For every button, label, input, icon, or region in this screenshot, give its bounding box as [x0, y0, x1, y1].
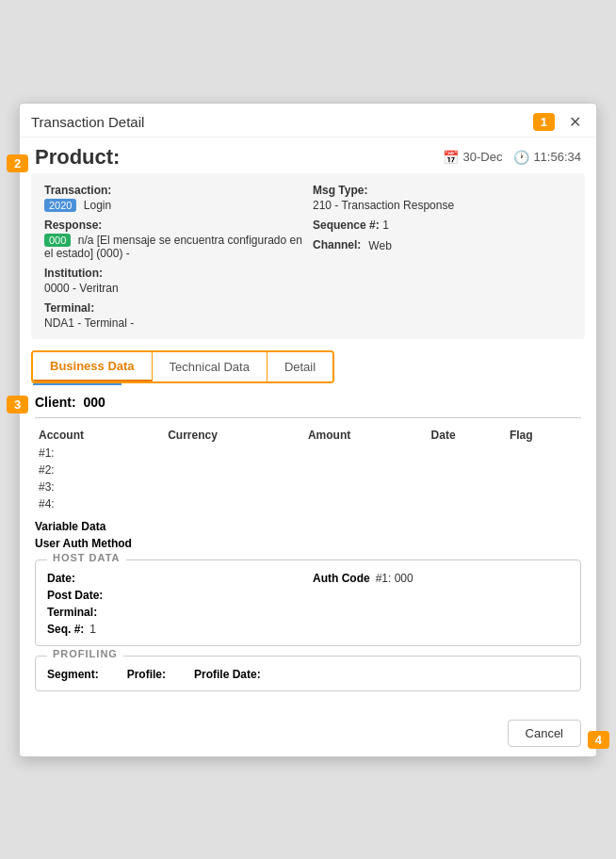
flag-2: [506, 462, 581, 478]
col-account: Account: [35, 426, 164, 445]
terminal-label: Terminal:: [44, 301, 94, 315]
currency-1: [164, 445, 304, 462]
profile-item: Profile:: [127, 668, 171, 681]
client-label: Client:: [35, 395, 76, 410]
table-row: #2:: [35, 462, 581, 478]
amount-2: [304, 462, 428, 478]
host-postdate-label: Post Date:: [47, 589, 103, 602]
product-title: Product:: [35, 145, 120, 170]
modal-footer: Cancel: [20, 710, 596, 756]
cancel-button[interactable]: Cancel: [508, 720, 581, 747]
account-4: #4:: [35, 495, 164, 512]
time-value: 11:56:34: [533, 150, 581, 164]
accounts-table: Account Currency Amount Date Flag #1: #2…: [35, 426, 581, 512]
flag-1: [506, 445, 581, 462]
host-authcode-item: Auth Code #1: 000: [313, 572, 569, 585]
host-authcode-value: #1: 000: [376, 572, 413, 585]
response-value: n/a [El mensaje se encuentra configurado…: [44, 234, 302, 260]
date-2: [428, 462, 506, 478]
date-item: 📅 30-Dec: [443, 150, 502, 165]
col-currency: Currency: [164, 426, 304, 445]
channel-label: Channel:: [313, 238, 361, 251]
amount-3: [304, 478, 428, 495]
msg-type-item: Msg Type: 210 - Transaction Response: [313, 183, 572, 212]
modal-header: Transaction Detail › ✕: [20, 104, 596, 138]
response-badge: 000: [44, 234, 71, 247]
host-terminal-label: Terminal:: [47, 606, 97, 619]
profiling-title: PROFILING: [47, 648, 123, 659]
date-3: [428, 478, 506, 495]
host-data-title: HOST DATA: [47, 552, 126, 563]
terminal-item: Terminal: NDA1 - Terminal -: [44, 300, 303, 330]
tab-business-data[interactable]: Business Data: [33, 352, 153, 381]
terminal-value: NDA1 - Terminal -: [44, 316, 303, 330]
channel-value: Web: [368, 239, 391, 252]
close-button[interactable]: ✕: [565, 111, 585, 133]
response-label: Response:: [44, 219, 102, 232]
datetime-row: 📅 30-Dec 🕐 11:56:34: [443, 150, 581, 165]
time-item: 🕐 11:56:34: [513, 150, 581, 165]
date-value: 30-Dec: [462, 150, 502, 164]
institution-value: 0000 - Veritran: [44, 282, 303, 295]
tab-detail[interactable]: Detail: [267, 352, 332, 381]
sequence-label: Sequence #:: [313, 219, 380, 232]
step-badge-3: 3: [7, 396, 28, 413]
msg-type-value: 210 - Transaction Response: [313, 199, 572, 212]
col-amount: Amount: [304, 426, 428, 445]
step-badge-1: 1: [533, 113, 555, 131]
tabs: Business Data Technical Data Detail: [31, 350, 334, 383]
institution-item: Institution: 0000 - Veritran: [44, 266, 303, 295]
amount-1: [304, 445, 428, 462]
host-data-section: HOST DATA Date: Post Date: Terminal:: [35, 559, 581, 646]
table-row: #3:: [35, 478, 581, 495]
col-flag: Flag: [506, 426, 581, 445]
host-data-grid: Date: Post Date: Terminal: Seq. #: 1: [47, 572, 569, 636]
content-area: Client: 000 Account Currency Amount Date…: [20, 385, 596, 710]
host-authcode-label: Auth Code: [313, 572, 370, 585]
user-auth-label: User Auth Method: [35, 537, 581, 550]
host-terminal-item: Terminal:: [47, 606, 303, 619]
col-date: Date: [428, 426, 506, 445]
tab-technical-data[interactable]: Technical Data: [153, 352, 267, 381]
response-item: Response: 000 n/a [El mensaje se encuent…: [44, 218, 303, 260]
step-badge-4: 4: [588, 731, 609, 749]
tabs-container: Business Data Technical Data Detail: [31, 350, 585, 383]
calendar-icon: 📅: [443, 150, 459, 165]
account-1: #1:: [35, 445, 164, 462]
variable-data-label: Variable Data: [35, 520, 581, 533]
date-4: [428, 495, 506, 512]
client-value: 000: [83, 395, 105, 410]
msg-type-label: Msg Type:: [313, 184, 367, 197]
table-row: #4:: [35, 495, 581, 512]
profile-date-item: Profile Date:: [194, 668, 267, 681]
host-date-item: Date:: [47, 572, 303, 585]
profiling-grid: Segment: Profile: Profile Date:: [47, 668, 569, 681]
sequence-item: Sequence #: 1: [313, 218, 572, 232]
segment-label: Segment:: [47, 668, 99, 681]
product-header: Product: 📅 30-Dec 🕐 11:56:34: [20, 138, 596, 173]
table-row: #1:: [35, 445, 581, 462]
step-badge-2: 2: [7, 154, 28, 172]
modal-title: Transaction Detail: [31, 114, 144, 130]
segment-item: Segment:: [47, 668, 105, 681]
profiling-section: PROFILING Segment: Profile: Profile Date…: [35, 656, 581, 691]
transaction-value: Login: [84, 199, 111, 212]
currency-3: [164, 478, 304, 495]
client-row: Client: 000: [35, 395, 581, 410]
profile-label: Profile:: [127, 668, 166, 681]
info-section: Transaction: 2020 Login Response: 000 n/…: [31, 173, 585, 339]
date-1: [428, 445, 506, 462]
amount-4: [304, 495, 428, 512]
currency-4: [164, 495, 304, 512]
transaction-label: Transaction:: [44, 184, 111, 197]
clock-icon: 🕐: [513, 150, 529, 165]
client-divider: [35, 417, 581, 418]
transaction-item: Transaction: 2020 Login: [44, 183, 303, 212]
host-seq-label: Seq. #:: [47, 623, 84, 636]
host-date-label: Date:: [47, 572, 75, 585]
profile-date-label: Profile Date:: [194, 668, 261, 681]
channel-item: Channel: Web: [313, 237, 572, 252]
institution-label: Institution:: [44, 267, 103, 280]
currency-2: [164, 462, 304, 478]
transaction-badge: 2020: [44, 199, 76, 212]
